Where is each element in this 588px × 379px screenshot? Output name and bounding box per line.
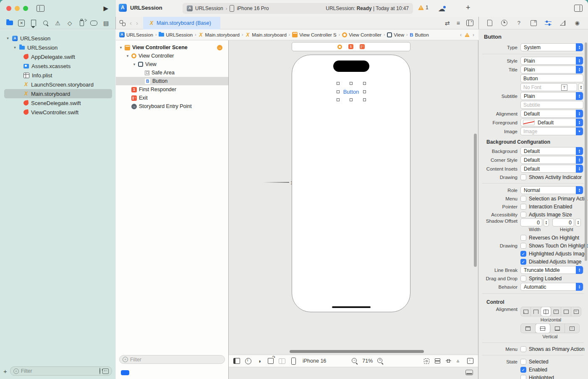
align-fill-vertical-icon[interactable] (565, 324, 579, 333)
checkbox-highlighted-adjusts-image[interactable]: ✓ (520, 251, 526, 257)
width-field[interactable]: 0 (520, 218, 542, 226)
breadcrumb-item[interactable]: URLSession (159, 32, 193, 37)
size-inspector-icon[interactable] (559, 20, 567, 26)
editor-options-icon[interactable]: ≡ (457, 20, 460, 26)
sidebar-item-info-plist[interactable]: Info.plist (0, 71, 115, 80)
storyboard-entry-point-arrow[interactable]: › (263, 180, 292, 185)
checkbox-reverses-on-highlight[interactable] (520, 235, 526, 241)
scheme-chooser[interactable]: URLSession › iPhone 16 Pro (187, 5, 269, 12)
toggle-outline-icon[interactable] (233, 358, 240, 364)
disclosure-triangle-icon[interactable]: ▾ (6, 36, 10, 40)
device-name[interactable]: iPhone 16 (303, 358, 326, 364)
add-constraints-icon[interactable] (446, 358, 451, 363)
device-icon[interactable] (290, 358, 297, 364)
checkbox-interaction-enabled[interactable] (520, 204, 526, 210)
zoom-window-button[interactable] (23, 6, 28, 11)
text-field[interactable]: Button (520, 74, 583, 82)
selected-button-view[interactable]: Button (338, 83, 365, 100)
show-all-tabs-icon[interactable] (120, 20, 125, 26)
breadcrumb-item[interactable]: BButton (410, 32, 429, 37)
next-issue-icon[interactable]: › (473, 32, 474, 38)
popup-button-background[interactable]: Default▲▼ (520, 147, 583, 155)
appearance-icon[interactable]: ◑ (256, 358, 263, 364)
orientation-icon[interactable] (267, 358, 274, 364)
outline-row-view-controller-scene[interactable]: ▾View Controller Scene→ (116, 43, 228, 52)
quick-help-inspector-icon[interactable]: ? (515, 20, 523, 26)
sidebar-item-launchscreen-storyboard[interactable]: XLaunchScreen.storyboard (0, 80, 115, 89)
outline-row-first-responder[interactable]: 1First Responder (116, 85, 228, 94)
popup-button-corner-style[interactable]: Default▲▼ (520, 156, 583, 164)
previous-issue-icon[interactable]: ‹ (460, 32, 462, 38)
image-combo-field[interactable]: Image▼ (520, 127, 583, 135)
exit-icon[interactable] (360, 44, 365, 49)
recent-files-icon[interactable] (99, 368, 100, 374)
align-baseline-icon[interactable] (551, 307, 561, 316)
checkbox-shows-as-primary-action[interactable] (520, 346, 526, 352)
history-inspector-icon[interactable] (501, 20, 508, 26)
view-controller-icon[interactable] (337, 45, 342, 49)
issue-navigator-icon[interactable]: ⚠ (54, 20, 61, 26)
zoom-out-icon[interactable]: − (351, 358, 358, 364)
sidebar-item-urlsession[interactable]: ▾URLSession (0, 43, 115, 52)
find-navigator-icon[interactable] (42, 20, 49, 26)
stepper-control[interactable]: ▲▼ (578, 83, 584, 91)
new-tab-button[interactable]: + (466, 3, 470, 12)
outline-row-safe-area[interactable]: Safe Area (116, 68, 228, 77)
horizontal-scrollbar[interactable] (290, 350, 424, 353)
breadcrumb-item[interactable]: XMain.storyboard (245, 32, 286, 38)
project-navigator-icon[interactable] (6, 20, 13, 26)
issue-warning-icon[interactable] (465, 32, 470, 37)
disclosure-triangle-icon[interactable]: ▾ (13, 45, 17, 50)
zoom-in-icon[interactable]: + (377, 358, 384, 364)
resize-handle[interactable] (350, 98, 353, 101)
sidebar-item-viewcontroller-swift[interactable]: ViewController.swift (0, 108, 115, 117)
toggle-inspector-icon[interactable] (574, 5, 583, 12)
debug-navigator-icon[interactable] (78, 20, 86, 26)
resize-handle[interactable] (363, 98, 366, 101)
source-control-status-icon[interactable]: +− (102, 368, 109, 374)
iphone-device-frame[interactable]: Button (292, 55, 410, 312)
breadcrumb-item[interactable]: XMain.storyboard (199, 32, 240, 38)
scene-jump-icon[interactable]: → (217, 45, 222, 50)
scheme-status-bar[interactable]: URLSession › iPhone 16 Pro URLSession: R… (183, 3, 413, 14)
add-editor-icon[interactable] (466, 20, 473, 26)
sidebar-item-scenedelegate-swift[interactable]: SceneDelegate.swift (0, 98, 115, 108)
source-control-navigator-icon[interactable]: ✕ (18, 20, 25, 26)
identity-inspector-icon[interactable] (530, 20, 537, 26)
align-top-edge-icon[interactable] (521, 324, 536, 333)
code-review-icon[interactable]: ⇄ (445, 20, 450, 26)
checkbox-shows-activity-indicator[interactable] (520, 174, 526, 180)
sidebar-item-urlsession[interactable]: ▾URLSession (0, 34, 115, 43)
checkbox-adjusts-image-size[interactable] (520, 212, 526, 218)
toggle-canvas-bar-icon[interactable] (465, 370, 473, 375)
navigator-filter-input[interactable]: ≡ Filter +− (10, 366, 112, 376)
sidebar-item-main-storyboard[interactable]: XMain.storyboard (0, 89, 115, 98)
text-field[interactable]: Subtitle (520, 101, 583, 109)
outline-row-storyboard-entry-point[interactable]: →Storyboard Entry Point (116, 102, 228, 111)
connections-inspector-icon[interactable]: ◉ (573, 20, 581, 26)
outline-row-view[interactable]: ▾View (116, 60, 228, 68)
outline-filter-input[interactable]: ≡ Filter (119, 355, 225, 364)
resize-handle[interactable] (363, 90, 366, 93)
resize-handle[interactable] (350, 82, 353, 85)
run-button[interactable]: ▶ (103, 5, 108, 12)
device-variants-icon[interactable] (245, 358, 251, 364)
embed-in-view-icon[interactable] (435, 358, 440, 363)
checkbox-shows-touch-on-highlight[interactable] (520, 243, 526, 249)
breadcrumb-item[interactable]: View Controller (342, 32, 382, 37)
sidebar-item-assets-xcassets[interactable]: Assets.xcassets (0, 61, 115, 71)
align-top-open-icon[interactable] (531, 307, 541, 316)
warning-badge[interactable]: 1 (418, 5, 429, 11)
align-trailing-icon[interactable] (561, 307, 571, 316)
minimize-window-button[interactable] (15, 6, 20, 11)
breadcrumb-item[interactable]: URLSession (119, 32, 153, 37)
combo-chevron-icon[interactable]: ▼ (576, 127, 583, 135)
close-window-button[interactable] (6, 6, 11, 11)
font-field[interactable]: No FontT (520, 83, 577, 91)
popup-button-content-insets[interactable]: Default▲▼ (520, 165, 583, 173)
add-file-button[interactable]: + (3, 368, 7, 375)
disclosure-triangle-icon[interactable]: ▾ (133, 62, 136, 66)
outline-row-button[interactable]: BButton (116, 77, 228, 85)
popup-button-role[interactable]: Normal▲▼ (520, 186, 583, 194)
font-panel-icon[interactable]: T (561, 84, 567, 91)
